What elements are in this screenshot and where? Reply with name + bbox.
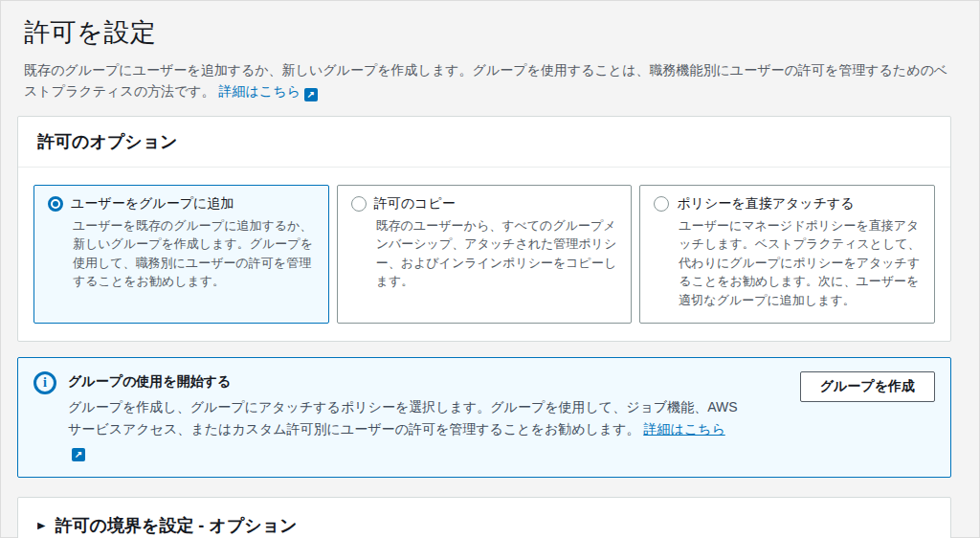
get-started-with-groups-banner: i グループの使用を開始する グループを作成し、グループにアタッチするポリシーを… (17, 357, 951, 477)
radio-unselected-icon[interactable] (654, 196, 669, 212)
option-cards: ユーザーをグループに追加 ユーザーを既存のグループに追加するか、新しいグループを… (33, 185, 935, 325)
permissions-options-header: 許可のオプション (18, 117, 950, 167)
info-icon: i (33, 371, 56, 394)
chevron-right-icon[interactable]: ▶ (37, 520, 45, 531)
option-label: ポリシーを直接アタッチする (677, 195, 854, 213)
option-card-add-user-to-group[interactable]: ユーザーをグループに追加 ユーザーを既存のグループに追加するか、新しいグループを… (33, 185, 329, 325)
page-title: 許可を設定 (24, 15, 951, 50)
permissions-options-body: ユーザーをグループに追加 ユーザーを既存のグループに追加するか、新しいグループを… (18, 168, 950, 342)
permissions-boundary-title: 許可の境界を設定 - オプション (55, 514, 297, 537)
radio-unselected-icon[interactable] (351, 196, 367, 212)
option-label: ユーザーをグループに追加 (71, 195, 234, 213)
option-description: ユーザーにマネージドポリシーを直接アタッチします。ベストプラクティスとして、代わ… (679, 216, 921, 310)
banner-body: グループを作成し、グループにアタッチするポリシーを選択します。グループを使用して… (68, 396, 738, 462)
banner-learn-more-link[interactable]: 詳細はこちら (643, 421, 724, 437)
external-link-icon[interactable]: ↗ (72, 448, 85, 461)
option-card-copy-permissions[interactable]: 許可のコピー 既存のユーザーから、すべてのグループメンバーシップ、アタッチされた… (337, 185, 633, 325)
create-group-button[interactable]: グループを作成 (800, 371, 935, 402)
option-card-attach-policies-directly[interactable]: ポリシーを直接アタッチする ユーザーにマネージドポリシーを直接アタッチします。ベ… (639, 185, 935, 325)
banner-text: グループの使用を開始する グループを作成し、グループにアタッチするポリシーを選択… (68, 371, 789, 462)
option-description: ユーザーを既存のグループに追加するか、新しいグループを作成します。グループを使用… (73, 216, 315, 291)
learn-more-link[interactable]: 詳細はこちら (219, 83, 301, 99)
banner-body-text: グループを作成し、グループにアタッチするポリシーを選択します。グループを使用して… (68, 399, 738, 437)
option-card-top: 許可のコピー (351, 195, 618, 213)
option-description: 既存のユーザーから、すべてのグループメンバーシップ、アタッチされた管理ポリシー、… (376, 216, 618, 291)
page-description: 既存のグループにユーザーを追加するか、新しいグループを作成します。グループを使用… (24, 59, 951, 102)
option-card-top: ポリシーを直接アタッチする (654, 195, 921, 213)
banner-title: グループの使用を開始する (68, 373, 769, 391)
option-card-top: ユーザーをグループに追加 (48, 195, 315, 213)
external-link-icon[interactable]: ↗ (304, 88, 318, 101)
permissions-options-panel: 許可のオプション ユーザーをグループに追加 ユーザーを既存のグループに追加するか… (17, 116, 951, 343)
set-permissions-page: 許可を設定 既存のグループにユーザーを追加するか、新しいグループを作成します。グ… (0, 0, 980, 538)
page-description-text: 既存のグループにユーザーを追加するか、新しいグループを作成します。グループを使用… (24, 62, 947, 99)
page-header: 許可を設定 既存のグループにユーザーを追加するか、新しいグループを作成します。グ… (24, 15, 951, 102)
permissions-boundary-accordion[interactable]: ▶ 許可の境界を設定 - オプション (17, 497, 951, 538)
radio-selected-icon[interactable] (48, 196, 63, 212)
option-label: 許可のコピー (374, 195, 456, 213)
